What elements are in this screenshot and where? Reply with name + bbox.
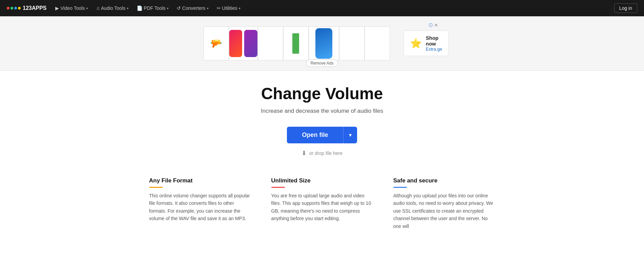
login-button[interactable]: Log in [614, 3, 637, 13]
phone-purple [244, 30, 257, 57]
ad-banner: 🔫 ⭐ Shop now [0, 16, 644, 71]
green-strip [292, 33, 299, 54]
extrage-logo-icon: ⭐ [410, 38, 422, 49]
ad-controls: ⓘ ✕ [429, 22, 438, 28]
ad-img-box-blank3 [365, 26, 390, 60]
logo-dots [7, 7, 21, 10]
nav-label-audio-tools: Audio Tools [101, 5, 125, 11]
ad-img-box-blank2 [339, 26, 365, 60]
feature-unlimited-size: Unlimited Size You are free to upload la… [271, 177, 373, 230]
ad-img-box-green [283, 26, 309, 60]
ad-img-box-gun: 🔫 [203, 26, 229, 60]
logo[interactable]: 123APPS [7, 5, 46, 11]
feature-title-1: Unlimited Size [271, 177, 373, 184]
nav-label-video-tools: Video Tools [60, 5, 85, 11]
feature-underline-0 [149, 187, 163, 188]
nav-item-pdf-tools[interactable]: 📄 PDF Tools ▾ [133, 3, 172, 13]
feature-underline-1 [271, 187, 285, 188]
features-section: Any File Format This online volume chang… [136, 177, 509, 230]
ad-img-box-blue-phone [309, 26, 339, 60]
drop-area: ⬇ or drop file here [301, 149, 343, 157]
chevron-down-icon: ▾ [86, 6, 88, 10]
nav-label-pdf-tools: PDF Tools [144, 5, 165, 11]
page-title: Change Volume [261, 84, 383, 103]
feature-text-2: Although you upload your files into our … [393, 192, 495, 230]
chevron-down-icon: ▾ [127, 6, 129, 10]
chevron-down-icon: ▾ [349, 132, 352, 138]
page-subtitle: Increase and decrease the volume of audi… [261, 108, 383, 114]
logo-dot-red [7, 7, 9, 10]
nav-item-converters[interactable]: ↺ Converters ▾ [173, 3, 212, 13]
feature-text-0: This online volume changer supports all … [149, 192, 251, 222]
logo-dot-yellow [18, 7, 21, 10]
feature-text-1: You are free to upload large audio and v… [271, 192, 373, 222]
navbar-left: 123APPS ▶ Video Tools ▾ ♫ Audio Tools ▾ … [7, 3, 244, 13]
converters-icon: ↺ [177, 5, 181, 11]
logo-text: 123APPS [23, 5, 46, 11]
utilities-icon: ✂ [217, 5, 221, 11]
nav-label-converters: Converters [182, 5, 205, 11]
ad-img-box-blank1 [258, 26, 283, 60]
open-file-button[interactable]: Open file [287, 127, 343, 143]
ad-info-icon[interactable]: ⓘ [429, 22, 433, 28]
logo-dot-blue [14, 7, 17, 10]
pdf-icon: 📄 [137, 5, 142, 11]
chevron-down-icon: ▾ [207, 6, 209, 10]
feature-any-file-format: Any File Format This online volume chang… [149, 177, 251, 230]
ad-right: ⭐ Shop now Extra.ge [404, 31, 449, 56]
remove-ads-button[interactable]: Remove Ads [306, 59, 338, 67]
feature-title-0: Any File Format [149, 177, 251, 184]
nav-item-video-tools[interactable]: ▶ Video Tools ▾ [52, 3, 91, 13]
open-file-dropdown-button[interactable]: ▾ [343, 127, 357, 143]
chevron-down-icon: ▾ [167, 6, 169, 10]
ad-image-strip: 🔫 [203, 26, 390, 60]
shop-now-label: Shop now [426, 35, 442, 47]
phone-red [229, 30, 242, 57]
nav-label-utilities: Utilities [222, 5, 237, 11]
audio-icon: ♫ [96, 5, 100, 11]
main-content: Change Volume Increase and decrease the … [0, 71, 644, 250]
nav-item-audio-tools[interactable]: ♫ Audio Tools ▾ [93, 3, 132, 13]
chevron-down-icon: ▾ [239, 6, 240, 10]
ad-img-box-phones [229, 26, 258, 60]
phone-blue [315, 28, 332, 59]
logo-dot-green [11, 7, 13, 10]
drop-icon: ⬇ [301, 149, 307, 157]
gun-icon: 🔫 [210, 38, 222, 49]
nav-item-utilities[interactable]: ✂ Utilities ▾ [213, 3, 244, 13]
ad-right-text: Shop now Extra.ge [426, 35, 442, 52]
video-icon: ▶ [55, 5, 59, 11]
ad-brand-label: Extra.ge [426, 47, 442, 52]
feature-title-2: Safe and secure [393, 177, 495, 184]
navbar: 123APPS ▶ Video Tools ▾ ♫ Audio Tools ▾ … [0, 0, 644, 16]
feature-safe-and-secure: Safe and secure Although you upload your… [393, 177, 495, 230]
feature-underline-2 [393, 187, 407, 188]
open-file-row: Open file ▾ [287, 127, 357, 143]
ad-close-icon[interactable]: ✕ [434, 22, 438, 28]
drop-label: or drop file here [309, 150, 343, 156]
